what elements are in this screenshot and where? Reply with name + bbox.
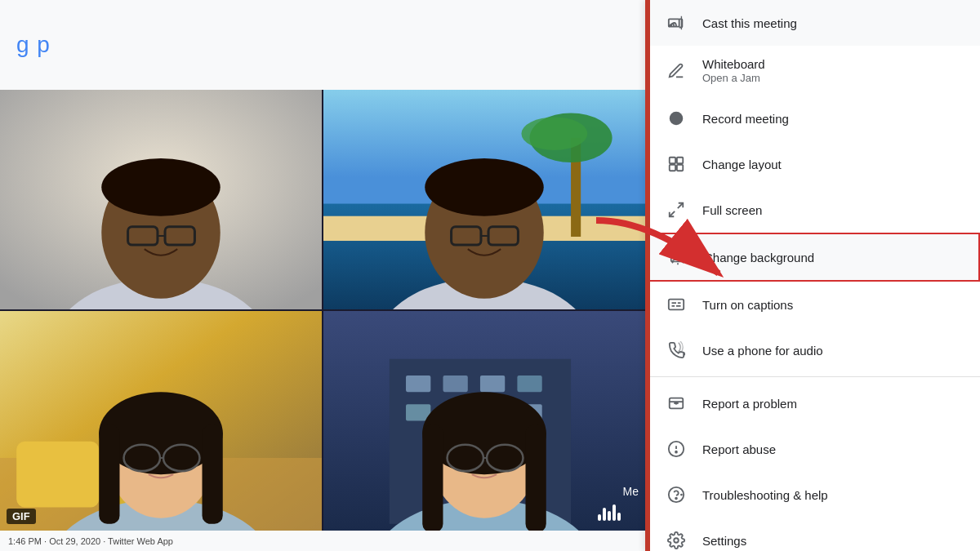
cast-meeting-text: Cast this meeting: [702, 16, 797, 30]
svg-rect-40: [517, 375, 541, 392]
svg-rect-58: [670, 158, 675, 163]
menu-item-change-background[interactable]: Change background: [645, 233, 980, 282]
svg-rect-59: [677, 158, 683, 163]
menu-item-turn-on-captions[interactable]: Turn on captions: [645, 282, 980, 327]
turn-on-captions-text: Turn on captions: [702, 298, 793, 312]
video-grid: GIF: [0, 90, 645, 531]
bottom-bar: 1:46 PM · Oct 29, 2020 · Twitter Web App: [0, 531, 645, 551]
svg-point-8: [101, 158, 220, 216]
svg-line-63: [670, 211, 675, 216]
menu-divider-1: [645, 376, 980, 377]
svg-rect-39: [480, 375, 505, 392]
report-problem-icon: [665, 392, 688, 415]
whiteboard-text: Whiteboard Open a Jam: [702, 57, 765, 84]
svg-point-77: [675, 451, 677, 453]
menu-item-report-abuse[interactable]: Report abuse: [645, 426, 980, 472]
svg-point-74: [675, 402, 677, 404]
menu-item-phone-audio[interactable]: Use a phone for audio: [645, 327, 980, 373]
report-abuse-text: Report abuse: [702, 442, 776, 456]
cast-meeting-label: Cast this meeting: [702, 16, 797, 30]
svg-rect-50: [526, 425, 546, 531]
report-abuse-label: Report abuse: [702, 442, 776, 456]
svg-point-21: [425, 158, 543, 216]
video-cell-2: [323, 90, 645, 309]
turn-on-captions-label: Turn on captions: [702, 298, 793, 312]
menu-item-record-meeting[interactable]: Record meeting: [645, 96, 980, 141]
whiteboard-sublabel: Open a Jam: [702, 72, 765, 84]
menu-item-report-problem[interactable]: Report a problem: [645, 380, 980, 426]
report-problem-text: Report a problem: [702, 397, 797, 411]
svg-rect-31: [203, 425, 223, 524]
change-layout-label: Change layout: [702, 158, 782, 171]
settings-text: Settings: [702, 534, 746, 548]
troubleshooting-label: Troubleshooting & help: [702, 488, 828, 502]
report-abuse-icon: [665, 438, 688, 460]
change-layout-text: Change layout: [702, 158, 782, 171]
me-badge: Me: [623, 485, 639, 498]
menu-item-full-screen[interactable]: Full screen: [645, 187, 980, 233]
layout-icon: [665, 153, 688, 176]
video-area: g p: [0, 0, 645, 551]
phone-audio-label: Use a phone for audio: [702, 344, 823, 358]
svg-rect-38: [443, 375, 467, 392]
change-background-icon: [666, 246, 689, 269]
fullscreen-icon: [665, 198, 688, 221]
change-background-text: Change background: [704, 251, 814, 264]
menu-panel: Cast this meeting Whiteboard Open a Jam …: [645, 0, 980, 551]
report-problem-label: Report a problem: [702, 397, 797, 411]
phone-audio-icon: [665, 339, 688, 362]
full-screen-label: Full screen: [702, 203, 762, 217]
troubleshooting-text: Troubleshooting & help: [702, 488, 828, 502]
svg-rect-67: [669, 300, 684, 310]
whiteboard-icon: [665, 60, 688, 82]
svg-rect-24: [16, 442, 99, 508]
menu-item-settings[interactable]: Settings: [645, 518, 980, 551]
top-text: g p: [16, 32, 51, 58]
gif-badge: GIF: [7, 509, 36, 524]
red-divider: [645, 0, 650, 551]
record-meeting-label: Record meeting: [702, 112, 789, 126]
svg-rect-30: [99, 425, 119, 524]
svg-point-79: [675, 498, 677, 500]
video-cell-4: Me: [323, 311, 645, 531]
menu-item-troubleshooting[interactable]: Troubleshooting & help: [645, 472, 980, 518]
record-meeting-text: Record meeting: [702, 112, 789, 126]
svg-point-80: [674, 538, 679, 543]
video-cell-3: GIF: [0, 311, 322, 531]
menu-item-whiteboard[interactable]: Whiteboard Open a Jam: [645, 46, 980, 96]
record-icon: [665, 107, 688, 130]
whiteboard-label: Whiteboard: [702, 57, 765, 71]
audio-waves: [598, 504, 621, 521]
video-top-bar: g p: [0, 0, 645, 90]
video-cell-1: [0, 90, 322, 309]
svg-rect-60: [670, 165, 675, 171]
phone-audio-text: Use a phone for audio: [702, 344, 823, 358]
svg-line-62: [678, 203, 683, 208]
change-background-label: Change background: [704, 251, 814, 264]
menu-item-cast-meeting[interactable]: Cast this meeting: [645, 0, 980, 46]
svg-point-57: [670, 112, 684, 126]
bottom-text: 1:46 PM · Oct 29, 2020 · Twitter Web App: [8, 536, 173, 546]
settings-label: Settings: [702, 534, 746, 548]
svg-rect-49: [422, 425, 443, 531]
svg-rect-37: [406, 375, 430, 392]
svg-rect-61: [677, 165, 683, 171]
settings-icon: [665, 529, 688, 551]
menu-item-change-layout[interactable]: Change layout: [645, 141, 980, 187]
full-screen-text: Full screen: [702, 203, 762, 217]
cast-icon: [665, 11, 688, 34]
svg-point-14: [521, 117, 587, 149]
troubleshooting-icon: [665, 483, 688, 506]
captions-icon: [665, 293, 688, 316]
